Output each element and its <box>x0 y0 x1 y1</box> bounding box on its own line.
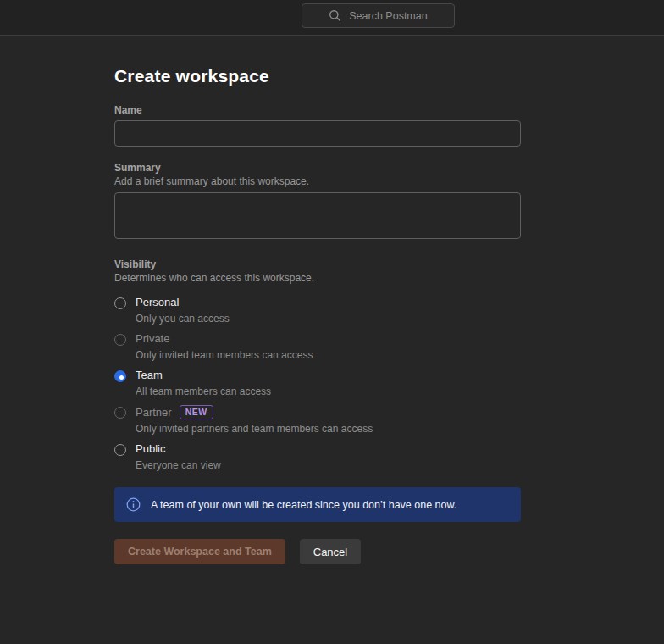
visibility-options: Personal Only you can access Private Onl… <box>114 296 521 471</box>
option-description: Everyone can view <box>136 459 221 471</box>
radio-option-team[interactable]: Team All team members can access <box>114 369 521 397</box>
summary-field-group: Summary Add a brief summary about this w… <box>114 162 521 242</box>
visibility-group: Visibility Determines who can access thi… <box>114 258 521 471</box>
radio-option-partner[interactable]: Partner NEW Only invited partners and te… <box>114 405 521 435</box>
radio-circle-icon[interactable] <box>114 444 126 456</box>
option-description: Only invited team members can access <box>136 349 313 361</box>
option-description: Only invited partners and team members c… <box>136 423 373 435</box>
radio-option-public[interactable]: Public Everyone can view <box>114 442 521 471</box>
radio-circle-icon[interactable] <box>114 370 126 382</box>
option-label: Personal <box>136 296 230 309</box>
summary-description: Add a brief summary about this workspace… <box>114 175 521 187</box>
radio-option-private[interactable]: Private Only invited team members can ac… <box>114 332 521 361</box>
global-search-input[interactable]: Search Postman <box>302 3 455 28</box>
form-actions: Create Workspace and Team Cancel <box>114 539 521 564</box>
search-placeholder: Search Postman <box>349 10 427 22</box>
radio-circle-icon[interactable] <box>114 334 126 346</box>
info-icon <box>126 497 141 512</box>
search-icon <box>329 9 341 22</box>
option-label-text: Partner <box>136 406 172 419</box>
option-description: Only you can access <box>136 313 230 325</box>
create-workspace-button[interactable]: Create Workspace and Team <box>114 539 285 564</box>
visibility-description: Determines who can access this workspace… <box>114 272 521 284</box>
new-badge: NEW <box>180 405 213 419</box>
radio-option-personal[interactable]: Personal Only you can access <box>114 296 521 325</box>
top-bar: Search Postman <box>0 0 664 36</box>
visibility-label: Visibility <box>114 258 521 270</box>
create-workspace-page: Create workspace Name Summary Add a brie… <box>0 36 635 564</box>
radio-circle-icon[interactable] <box>114 297 126 309</box>
summary-textarea[interactable] <box>114 192 521 239</box>
option-label: Partner NEW <box>136 405 373 419</box>
radio-circle-icon[interactable] <box>114 407 126 419</box>
option-description: All team members can access <box>136 386 271 397</box>
name-label: Name <box>114 104 521 116</box>
cancel-button[interactable]: Cancel <box>300 539 361 564</box>
name-input[interactable] <box>114 120 521 147</box>
page-title: Create workspace <box>114 66 521 86</box>
option-label: Team <box>136 369 271 382</box>
banner-text: A team of your own will be created since… <box>151 499 456 511</box>
summary-label: Summary <box>114 162 521 174</box>
name-field-group: Name <box>114 104 521 147</box>
option-label: Public <box>136 442 221 456</box>
team-info-banner: A team of your own will be created since… <box>114 487 521 522</box>
option-label: Private <box>136 332 313 346</box>
